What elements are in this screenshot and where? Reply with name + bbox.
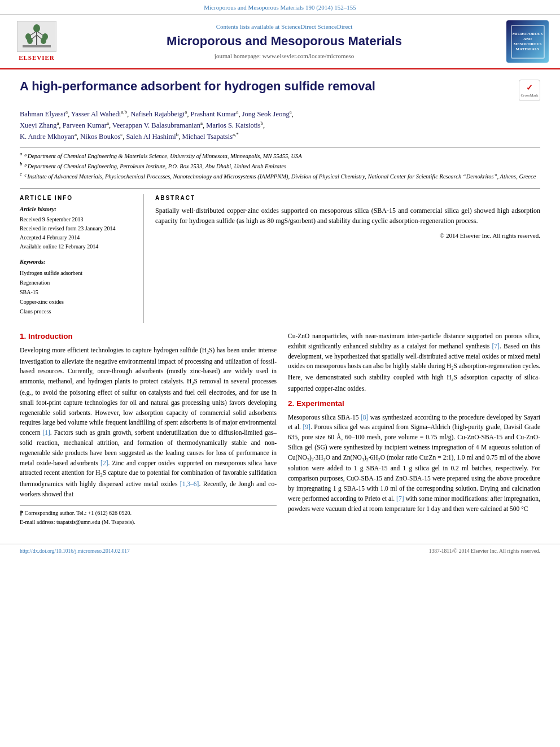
author-nafiseh: Nafiseh Rajabbeigi bbox=[130, 110, 185, 118]
intro-paragraph-1: Developing more efficient technologies t… bbox=[20, 346, 277, 500]
sciencedirect-text: Contents lists available at ScienceDirec… bbox=[73, 23, 495, 31]
body-section: 1. Introduction Developing more efficien… bbox=[20, 331, 540, 527]
copyright-notice: © 2014 Elsevier Inc. All rights reserved… bbox=[155, 231, 540, 240]
experimental-paragraph: Mesoporous silica SBA-15 [8] was synthes… bbox=[288, 413, 540, 514]
author-michael: Michael Tsapatsis bbox=[182, 133, 233, 141]
author-parveen: Parveen Kumar bbox=[63, 121, 107, 129]
keyword-2: Regeneration bbox=[20, 278, 135, 287]
crossmark-icon: ✓ bbox=[526, 82, 533, 94]
info-abstract-section: ARTICLE INFO Article history: Received 9… bbox=[20, 188, 540, 323]
keyword-4: Copper-zinc oxides bbox=[20, 297, 135, 307]
ref-1-link[interactable]: [1] bbox=[42, 429, 50, 436]
keywords-section: Keywords: Hydrogen sulfide adsorbent Reg… bbox=[20, 258, 135, 316]
footnotes-area: ⁋ Corresponding author. Tel.: +1 (612) 6… bbox=[20, 505, 277, 527]
author-prashant: Prashant Kumar bbox=[191, 110, 237, 118]
article-info-column: ARTICLE INFO Article history: Received 9… bbox=[20, 194, 144, 323]
ref-136-link[interactable]: [1,3–6] bbox=[180, 480, 199, 487]
article-info-header: ARTICLE INFO bbox=[20, 194, 135, 202]
author-bahman: Bahman Elyassi bbox=[20, 110, 65, 118]
author-nikos: Nikos Boukos bbox=[80, 133, 120, 141]
author-xueyi: Xueyi Zhang bbox=[20, 121, 57, 129]
authors-list: Bahman Elyassia, Yasser Al Wahedia,b, Na… bbox=[20, 108, 540, 142]
affiliations-list: a ᵃ Department of Chemical Engineering &… bbox=[20, 147, 540, 181]
history-revised: Received in revised form 23 January 2014 bbox=[20, 224, 135, 233]
main-content: A high-performance adsorbent for hydroge… bbox=[0, 69, 560, 538]
ref-8-link[interactable]: [8] bbox=[361, 414, 368, 421]
intro-paragraph-right: Cu-ZnO nanoparticles, with near-maximum … bbox=[288, 331, 540, 394]
abstract-column: ABSTRACT Spatially well-distributed copp… bbox=[155, 194, 540, 323]
author-kand: K. Andre Mkhoyan bbox=[20, 133, 75, 141]
svg-point-10 bbox=[41, 37, 46, 44]
abstract-text: Spatially well-distributed copper-zinc o… bbox=[155, 206, 540, 226]
journal-header: ELSEVIER Contents lists available at Sci… bbox=[0, 15, 560, 69]
body-left-column: 1. Introduction Developing more efficien… bbox=[20, 331, 277, 527]
intro-section-title: 1. Introduction bbox=[20, 331, 277, 342]
abstract-header: ABSTRACT bbox=[155, 194, 540, 202]
journal-logo-image: MICROPOROUSANDMESOPOROUSMATERIALS bbox=[506, 20, 549, 63]
footer-bar: http://dx.doi.org/10.1016/j.micromeso.20… bbox=[0, 544, 560, 558]
body-right-column: Cu-ZnO nanoparticles, with near-maximum … bbox=[288, 331, 540, 527]
ref-2-link[interactable]: [2] bbox=[100, 460, 108, 466]
history-title: Article history: bbox=[20, 206, 135, 214]
author-jong: Jong Seok Jeong bbox=[242, 110, 290, 118]
footnote-corresponding: ⁋ Corresponding author. Tel.: +1 (612) 6… bbox=[20, 509, 277, 518]
journal-logo-text: MICROPOROUSANDMESOPOROUSMATERIALS bbox=[512, 32, 542, 52]
keyword-5: Claus process bbox=[20, 307, 135, 316]
journal-title: Microporous and Mesoporous Materials bbox=[73, 33, 495, 50]
elsevier-logo: ELSEVIER bbox=[11, 21, 62, 62]
svg-point-6 bbox=[33, 24, 40, 32]
article-history: Article history: Received 9 September 20… bbox=[20, 206, 135, 252]
paper-title: A high-performance adsorbent for hydroge… bbox=[20, 78, 513, 98]
footer-issn: 1387-1811/© 2014 Elsevier Inc. All right… bbox=[429, 548, 540, 555]
experimental-section-title: 2. Experimental bbox=[288, 399, 540, 409]
history-received: Received 9 September 2013 bbox=[20, 215, 135, 224]
crossmark-label: CrossMark bbox=[520, 93, 538, 99]
affiliation-b: b ᵇ Department of Chemical Engineering, … bbox=[20, 160, 540, 171]
author-yasser: Yasser Al Wahedi bbox=[71, 110, 121, 118]
history-accepted: Accepted 4 February 2014 bbox=[20, 233, 135, 242]
journal-bar: Microporous and Mesoporous Materials 190… bbox=[0, 0, 560, 15]
keyword-3: SBA-15 bbox=[20, 287, 135, 297]
keyword-1: Hydrogen sulfide adsorbent bbox=[20, 268, 135, 278]
author-saleh: Saleh Al Hashimi bbox=[126, 133, 176, 141]
ref-7-link[interactable]: [7] bbox=[492, 343, 499, 350]
journal-title-area: Contents lists available at ScienceDirec… bbox=[73, 23, 495, 61]
svg-rect-0 bbox=[23, 45, 51, 47]
keywords-title: Keywords: bbox=[20, 258, 135, 267]
journal-homepage: journal homepage: www.elsevier.com/locat… bbox=[73, 52, 495, 60]
footnote-email: E-mail address: tsapatsis@umn.edu (M. Ts… bbox=[20, 518, 277, 527]
history-online: Available online 12 February 2014 bbox=[20, 242, 135, 251]
affiliation-a: a ᵃ Department of Chemical Engineering &… bbox=[20, 150, 540, 160]
elsevier-tree-image bbox=[17, 21, 56, 52]
crossmark-badge[interactable]: ✓ CrossMark bbox=[519, 80, 540, 101]
author-marios: Marios S. Katsiotis bbox=[206, 121, 260, 129]
footer-doi[interactable]: http://dx.doi.org/10.1016/j.micromeso.20… bbox=[20, 548, 130, 555]
author-veerappan: Veerappan V. Balasubramanian bbox=[112, 121, 200, 129]
sciencedirect-link-text[interactable]: ScienceDirect bbox=[318, 23, 353, 30]
ref-9-link[interactable]: [9] bbox=[303, 423, 310, 430]
affiliation-c: c ᶜ Institute of Advanced Materials, Phy… bbox=[20, 171, 540, 181]
ref-7b-link[interactable]: [7] bbox=[396, 495, 404, 502]
journal-logo-inner: MICROPOROUSANDMESOPOROUSMATERIALS bbox=[511, 25, 545, 59]
svg-point-9 bbox=[27, 37, 33, 44]
elsevier-text-label: ELSEVIER bbox=[19, 54, 55, 62]
